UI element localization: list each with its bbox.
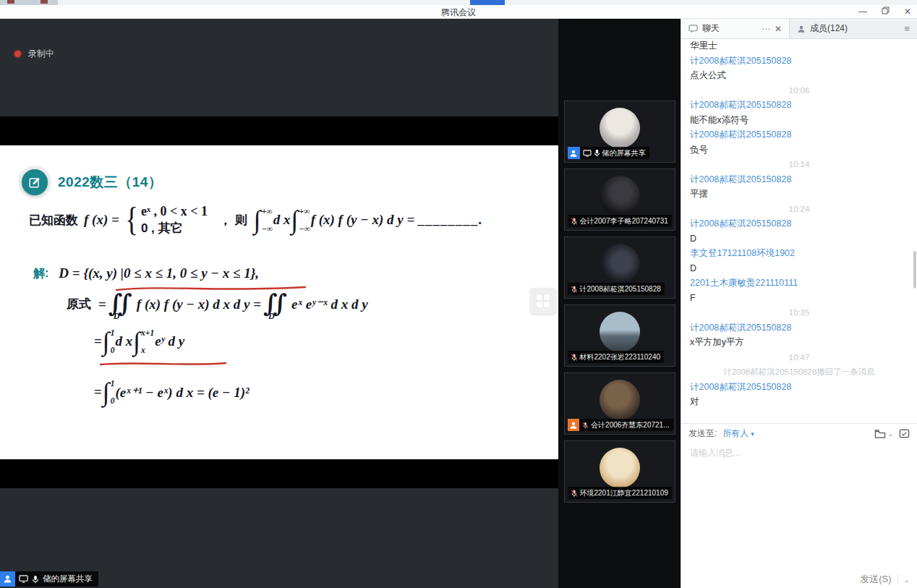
solution-line-result: = ∫10 (eˣ⁺¹ − eˣ) d x = (e − 1)² <box>94 378 249 406</box>
mic-icon <box>32 575 39 584</box>
person-icon <box>569 421 578 430</box>
minimize-button[interactable]: — <box>858 5 867 19</box>
tab-chat[interactable]: 聊天 ⋯ ✕ <box>681 19 790 38</box>
recording-indicator: 录制中 <box>14 48 54 60</box>
message-input[interactable]: 请输入消息... <box>690 447 741 459</box>
participant-tile[interactable]: 会计2007李子略207240731 <box>564 169 675 231</box>
chevron-down-icon: ⌄ <box>887 430 893 438</box>
participant-tile[interactable]: 会计2006齐慧东20721... <box>564 372 675 435</box>
chat-message-time: 10:24 <box>690 202 908 217</box>
file-button[interactable]: ⌄ <box>874 429 893 439</box>
chat-scrollbar[interactable] <box>913 251 916 289</box>
chevron-down-icon: ▾ <box>751 430 754 438</box>
restore-button[interactable] <box>882 5 890 19</box>
send-options-chevron-icon[interactable]: ⌄ <box>904 576 910 584</box>
send-to-row: 发送至: 所有人 ▾ ⌄ <box>681 423 917 443</box>
avatar <box>600 312 640 352</box>
chat-message-text: x平方加y平方 <box>690 335 908 350</box>
person-icon <box>569 149 578 158</box>
screenshot-icon <box>899 428 910 439</box>
divider <box>897 574 898 584</box>
pencil-icon <box>22 169 48 195</box>
chat-message-text: 对 <box>690 394 908 409</box>
chat-message-text: D <box>690 231 908 247</box>
chat-message-list[interactable]: 华里士计2008郝菘淇205150828点火公式10:06计2008郝菘淇205… <box>681 39 917 422</box>
participant-name: 计2008郝菘淇205150828 <box>580 284 661 294</box>
mic-muted-icon <box>571 489 578 498</box>
screen-share-view: 录制中 2022数三（14） 已知函数 f (x) = { eˣ , 0 < x… <box>0 19 558 588</box>
send-button[interactable]: 发送(S) <box>860 573 891 586</box>
window-title: 腾讯会议 <box>0 7 917 19</box>
chat-message-text: 负号 <box>690 142 908 158</box>
mic-muted-icon <box>571 285 578 294</box>
avatar <box>600 108 640 148</box>
chat-message-time: 10:06 <box>690 83 908 98</box>
member-badge-icon <box>568 419 580 431</box>
chat-header: 聊天 ⋯ ✕ 成员(124) ≡ <box>681 19 917 39</box>
member-badge-icon <box>0 571 15 587</box>
chat-message-user[interactable]: 2201土木康敏贵221110111 <box>690 276 908 291</box>
chat-message-text: 能不能x添符号 <box>690 113 908 128</box>
avatar <box>600 176 640 216</box>
chat-message-text: 华里士 <box>690 39 908 54</box>
participant-name: 会计2007李子略207240731 <box>580 216 668 226</box>
avatar <box>600 448 640 488</box>
avatar <box>600 244 640 284</box>
shared-slide: 2022数三（14） 已知函数 f (x) = { eˣ , 0 < x < 1… <box>0 145 558 459</box>
participant-list: 储的屏幕共享会计2007李子略207240731计2008郝菘淇20515082… <box>558 19 681 588</box>
participant-tile[interactable]: 储的屏幕共享 <box>564 101 675 163</box>
chat-bubble-icon <box>688 25 698 33</box>
layout-grid-button[interactable] <box>530 288 556 314</box>
mic-muted-icon <box>571 217 578 226</box>
mic-icon <box>594 149 600 157</box>
chat-message-user[interactable]: 计2008郝菘淇205150828 <box>690 380 908 395</box>
chat-message-user[interactable]: 李文登17121108环境1902 <box>690 246 908 261</box>
screenshot-button[interactable] <box>899 428 910 439</box>
solution-line-iterated: = ∫10 d x ∫x+1x eʸ d y <box>94 328 184 355</box>
close-button[interactable]: ✕ <box>904 5 911 19</box>
chat-close-button[interactable]: ✕ <box>775 24 782 34</box>
members-icon <box>797 25 806 33</box>
screen-share-icon <box>583 150 592 157</box>
participant-name: 环境2201江静宜221210109 <box>580 488 668 498</box>
mic-muted-icon <box>582 421 589 430</box>
send-to-label: 发送至: <box>688 427 717 440</box>
grid-icon <box>537 294 550 307</box>
chat-more-button[interactable]: ⋯ <box>762 24 770 34</box>
letterbox-bottom <box>0 459 558 488</box>
participant-name: 材料2202张岩223110240 <box>580 352 661 362</box>
tab-members[interactable]: 成员(124) <box>790 19 897 38</box>
background-tab-active <box>470 0 505 5</box>
chat-message-text: 点火公式 <box>690 68 908 83</box>
chat-message-user[interactable]: 计2008郝菘淇205150828 <box>690 127 908 142</box>
chat-panel: 聊天 ⋯ ✕ 成员(124) ≡ 华里士计2008郝菘淇205150828点火公… <box>681 19 917 588</box>
chat-message-text: 平摆 <box>690 187 908 202</box>
background-tab <box>40 0 48 4</box>
chat-message-user[interactable]: 计2008郝菘淇205150828 <box>690 216 908 231</box>
chat-message-user[interactable]: 计2008郝菘淇205150828 <box>690 320 908 336</box>
recording-label: 录制中 <box>28 48 54 60</box>
restore-icon <box>882 7 890 14</box>
chat-message-time: 10:35 <box>690 305 908 320</box>
participant-tile[interactable]: 环境2201江静宜221210109 <box>564 440 675 503</box>
screen-share-icon <box>19 575 28 583</box>
participant-name: 储的屏幕共享 <box>602 148 646 158</box>
letterbox-top <box>0 116 558 145</box>
chat-message-user[interactable]: 计2008郝菘淇205150828 <box>690 54 908 69</box>
folder-icon <box>874 429 886 439</box>
send-to-selector[interactable]: 所有人 ▾ <box>722 427 754 440</box>
solution-line-double-integral: 原式 = ∬D f (x) f (y − x) d x d y = ∬D eˣ … <box>67 293 368 315</box>
red-underline <box>98 359 229 368</box>
chat-message-time: 10:47 <box>690 350 908 365</box>
mic-muted-icon <box>571 353 578 362</box>
panel-menu-button[interactable]: ≡ <box>897 19 917 38</box>
participant-tile[interactable]: 材料2202张岩223110240 <box>564 304 675 367</box>
participant-tile[interactable]: 计2008郝菘淇205150828 <box>564 237 675 299</box>
participant-name: 会计2006齐慧东20721... <box>591 420 669 430</box>
avatar <box>600 380 640 420</box>
chat-message-text: D <box>690 261 908 276</box>
member-badge-icon <box>568 147 580 159</box>
background-tab <box>7 0 14 4</box>
chat-message-user[interactable]: 计2008郝菘淇205150828 <box>690 172 908 187</box>
chat-message-user[interactable]: 计2008郝菘淇205150828 <box>690 98 908 113</box>
